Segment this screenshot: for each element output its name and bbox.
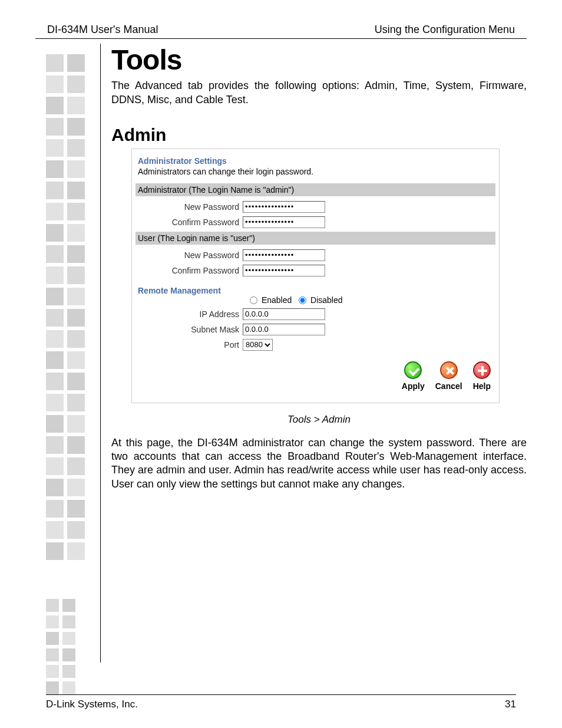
section-intro: The Advanced tab provides the following … <box>111 78 527 107</box>
radio-disabled-label[interactable]: Disabled <box>294 295 342 305</box>
label-admin-new-password: New Password <box>138 202 243 212</box>
ip-address-input[interactable] <box>243 308 325 320</box>
label-user-new-password: New Password <box>138 251 243 260</box>
label-admin-confirm-password: Confirm Password <box>138 218 243 227</box>
admin-confirm-password-input[interactable] <box>243 216 325 228</box>
label-subnet-mask: Subnet Mask <box>138 325 243 334</box>
admin-new-password-input[interactable] <box>243 201 325 213</box>
cancel-button[interactable]: Cancel <box>435 361 462 391</box>
admin-settings-heading: Administrator Settings <box>138 156 493 166</box>
decorative-squares <box>46 54 93 698</box>
user-confirm-password-input[interactable] <box>243 265 325 276</box>
footer-page-number: 31 <box>505 699 516 710</box>
figure-caption: Tools > Admin <box>111 414 527 426</box>
footer-left: D-Link Systems, Inc. <box>46 699 138 710</box>
radio-enabled[interactable] <box>250 297 257 304</box>
x-icon <box>440 361 458 379</box>
remote-management-heading: Remote Management <box>138 286 493 295</box>
plus-icon <box>473 361 491 379</box>
section-title-tools: Tools <box>111 44 527 76</box>
radio-enabled-label[interactable]: Enabled <box>245 295 292 305</box>
user-section-bar: User (The Login name is "user") <box>135 232 495 245</box>
port-select[interactable]: 8080 <box>243 339 273 351</box>
label-ip-address: IP Address <box>138 309 243 319</box>
admin-section-bar: Administrator (The Login Name is "admin"… <box>135 183 495 196</box>
user-new-password-input[interactable] <box>243 249 325 261</box>
header-right: Using the Configuration Menu <box>375 24 515 36</box>
header-left: DI-634M User's Manual <box>47 24 158 36</box>
admin-config-panel: Administrator Settings Administrators ca… <box>131 149 500 403</box>
admin-settings-desc: Administrators can change their login pa… <box>138 167 493 176</box>
subnet-mask-input[interactable] <box>243 324 325 335</box>
radio-disabled[interactable] <box>299 297 306 304</box>
check-icon <box>404 361 422 379</box>
help-button[interactable]: Help <box>473 361 491 391</box>
label-user-confirm-password: Confirm Password <box>138 266 243 275</box>
section-title-admin: Admin <box>111 125 527 145</box>
body-paragraph: At this page, the DI-634M administrator … <box>111 436 527 492</box>
label-port: Port <box>138 340 243 350</box>
apply-button[interactable]: Apply <box>402 361 425 391</box>
